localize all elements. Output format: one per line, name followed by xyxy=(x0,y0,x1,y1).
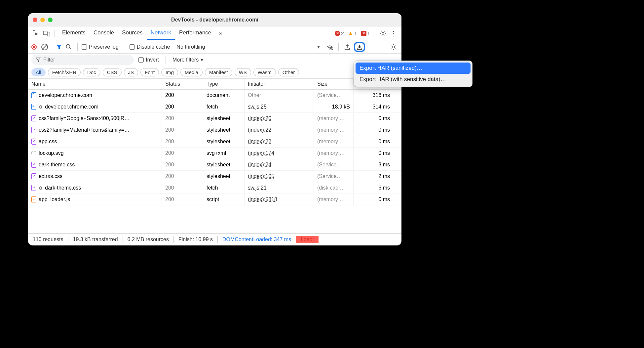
menu-item-export-har-sensitive[interactable]: Export HAR (with sensitive data)… xyxy=(356,74,471,85)
type-filter-other[interactable]: Other xyxy=(278,68,299,76)
error-indicator[interactable]: ✕ 2 xyxy=(335,30,344,36)
table-row[interactable]: css?family=Google+Sans:400,500|R…200styl… xyxy=(28,113,401,124)
tab-performance[interactable]: Performance xyxy=(175,27,215,40)
request-initiator: sw.js:21 xyxy=(245,183,314,193)
col-size[interactable]: Size xyxy=(314,79,354,89)
separator xyxy=(124,43,124,51)
separator xyxy=(375,30,375,37)
initiator-link[interactable]: (index):5818 xyxy=(248,196,277,202)
tab-network[interactable]: Network xyxy=(147,27,175,40)
table-row[interactable]: lockup.svg200svg+xml(index):174(memory …… xyxy=(28,148,401,159)
request-time: 0 ms xyxy=(354,136,393,147)
initiator-link[interactable]: (index):22 xyxy=(248,127,271,133)
kebab-menu-icon[interactable]: ⋮ xyxy=(389,29,398,38)
chevron-down-icon[interactable]: ▾ xyxy=(314,42,323,52)
inspect-icon[interactable] xyxy=(31,29,41,38)
preserve-log-checkbox[interactable]: Preserve log xyxy=(82,44,119,50)
request-size: 18.9 kB xyxy=(314,102,354,112)
import-har-icon[interactable] xyxy=(343,42,352,52)
request-time: 314 ms xyxy=(354,102,393,112)
more-tabs-button[interactable]: » xyxy=(216,30,225,37)
initiator-link[interactable]: (index):105 xyxy=(248,173,274,179)
request-status: 200 xyxy=(162,148,203,158)
disable-cache-checkbox[interactable]: Disable cache xyxy=(130,44,170,50)
table-row[interactable]: ⚙dark-theme.css200fetchsw.js:21(disk cac… xyxy=(28,182,401,194)
tab-console[interactable]: Console xyxy=(90,27,118,40)
initiator-link[interactable]: sw.js:21 xyxy=(248,185,267,191)
table-row[interactable]: extras.css200stylesheet(index):105(Servi… xyxy=(28,171,401,182)
request-name: lockup.svg xyxy=(39,150,64,156)
file-type-icon xyxy=(31,104,36,110)
request-initiator: (index):5818 xyxy=(245,194,314,205)
type-filter-wasm[interactable]: Wasm xyxy=(253,68,276,76)
type-filter-css[interactable]: CSS xyxy=(103,68,122,76)
table-row[interactable]: app_loader.js200script(index):5818(memor… xyxy=(28,194,401,205)
type-filter-manifest[interactable]: Manifest xyxy=(205,68,232,76)
svg-point-8 xyxy=(393,46,395,48)
request-name: extras.css xyxy=(39,173,62,179)
col-status[interactable]: Status xyxy=(162,79,203,89)
request-type: stylesheet xyxy=(203,159,245,170)
settings-icon[interactable] xyxy=(378,29,388,38)
type-filter-img[interactable]: Img xyxy=(161,68,178,76)
initiator-link[interactable]: (index):22 xyxy=(248,139,271,144)
invert-checkbox[interactable]: Invert xyxy=(138,57,159,63)
initiator-link[interactable]: (index):24 xyxy=(248,162,271,167)
export-har-button-highlighted[interactable] xyxy=(354,42,365,52)
record-button[interactable] xyxy=(31,44,37,50)
type-filter-media[interactable]: Media xyxy=(180,68,203,76)
network-settings-icon[interactable] xyxy=(389,42,398,52)
table-row[interactable]: ⚙developer.chrome.com200fetchsw.js:2518.… xyxy=(28,101,401,113)
filter-input[interactable]: Filter xyxy=(31,55,134,65)
table-row[interactable]: dark-theme.css200stylesheet(index):24(Se… xyxy=(28,159,401,171)
device-toggle-icon[interactable] xyxy=(42,29,51,38)
status-finish: Finish: 10.99 s xyxy=(174,236,218,243)
type-filter-fetch-xhr[interactable]: Fetch/XHR xyxy=(48,68,81,76)
type-filter-font[interactable]: Font xyxy=(140,68,159,76)
request-status: 200 xyxy=(162,102,203,112)
col-type[interactable]: Type xyxy=(203,79,245,89)
tab-elements[interactable]: Elements xyxy=(58,27,90,40)
request-size: (Service… xyxy=(314,90,354,101)
table-row[interactable]: developer.chrome.com200documentOther(Ser… xyxy=(28,90,401,101)
devtools-window: DevTools - developer.chrome.com/ Element… xyxy=(28,13,401,245)
initiator-link[interactable]: (index):20 xyxy=(248,115,271,121)
separator xyxy=(77,43,78,51)
status-load: Load: xyxy=(296,236,319,243)
col-initiator[interactable]: Initiator xyxy=(245,79,314,89)
svg-rect-2 xyxy=(47,32,50,36)
initiator-link[interactable]: (index):174 xyxy=(248,150,274,156)
network-table: Name Status Type Initiator Size Time dev… xyxy=(28,79,401,233)
maximize-window-button[interactable] xyxy=(48,18,53,22)
file-type-icon xyxy=(31,196,36,202)
table-row[interactable]: app.css200stylesheet(index):22(memory …0… xyxy=(28,136,401,148)
search-icon[interactable] xyxy=(64,42,73,52)
table-row[interactable]: css2?family=Material+Icons&family=…200st… xyxy=(28,124,401,136)
tab-sources[interactable]: Sources xyxy=(118,27,146,40)
service-worker-icon: ⚙ xyxy=(39,105,43,109)
more-filters-dropdown[interactable]: More filters ▾ xyxy=(172,57,203,63)
main-toolbar: ElementsConsoleSourcesNetworkPerformance… xyxy=(28,26,401,40)
request-type: stylesheet xyxy=(203,113,245,124)
file-type-icon xyxy=(31,173,36,179)
initiator-link[interactable]: sw.js:25 xyxy=(248,104,267,109)
clear-button[interactable] xyxy=(41,44,48,50)
request-status: 200 xyxy=(162,183,203,193)
type-filter-doc[interactable]: Doc xyxy=(83,68,100,76)
network-conditions-icon[interactable] xyxy=(325,42,334,52)
request-size: (memory … xyxy=(314,113,354,124)
warning-indicator[interactable]: ▲ 1 xyxy=(348,30,357,37)
network-toolbar: Preserve log Disable cache No throttling… xyxy=(28,40,401,54)
menu-item-export-har-sanitized[interactable]: Export HAR (sanitized)… xyxy=(356,63,471,74)
type-filter-all[interactable]: All xyxy=(31,68,46,76)
minimize-window-button[interactable] xyxy=(40,18,45,22)
col-name[interactable]: Name xyxy=(28,79,162,89)
close-window-button[interactable] xyxy=(33,18,37,22)
filter-row: Filter Invert More filters ▾ xyxy=(28,54,401,66)
throttling-dropdown[interactable]: No throttling xyxy=(176,44,205,50)
type-filter-ws[interactable]: WS xyxy=(235,68,251,76)
type-filter-js[interactable]: JS xyxy=(124,68,138,76)
filter-toggle-icon[interactable] xyxy=(56,44,62,50)
issues-indicator[interactable]: ✕ 1 xyxy=(361,30,370,36)
file-type-icon xyxy=(31,92,36,98)
